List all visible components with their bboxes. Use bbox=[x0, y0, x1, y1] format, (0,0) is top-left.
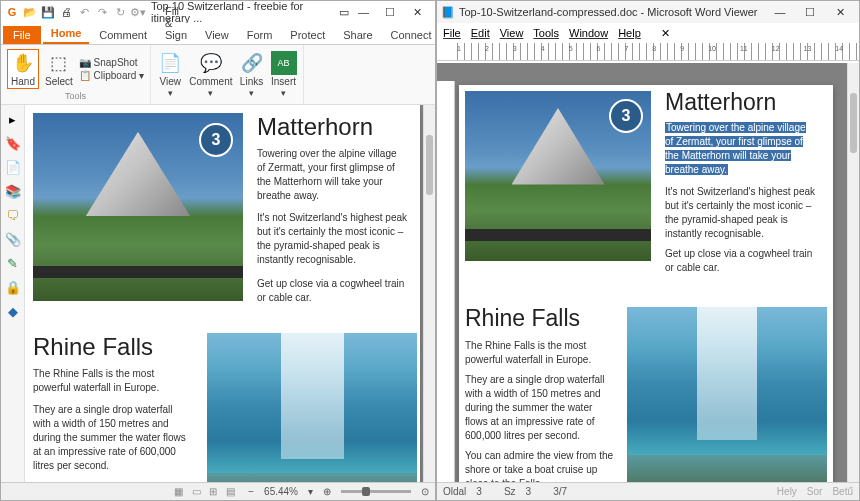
zoom-out-button[interactable]: − bbox=[248, 486, 254, 497]
horizontal-ruler[interactable]: 123456789101112131415161718 bbox=[437, 43, 859, 61]
para-3: Get up close via a cogwheel train or cab… bbox=[665, 247, 815, 275]
links-menu[interactable]: 🔗Links▾ bbox=[239, 51, 265, 98]
rhine-falls-image: 4 bbox=[627, 307, 827, 482]
status-hely: Hely bbox=[777, 486, 797, 497]
tab-share[interactable]: Share bbox=[335, 26, 380, 44]
heading-matterhorn: Matterhorn bbox=[257, 113, 373, 141]
tab-connect[interactable]: Connect bbox=[383, 26, 440, 44]
pages-icon[interactable]: 📄 bbox=[5, 159, 21, 175]
status-sor: Sor bbox=[807, 486, 823, 497]
snapshot-tool[interactable]: 📷 SnapShot bbox=[79, 57, 144, 68]
ribbon-tabs: File Home Comment Fill & Sign View Form … bbox=[1, 23, 435, 45]
view-menu[interactable]: 📄View▾ bbox=[157, 51, 183, 98]
word-viewer-window: 📘 Top-10-Switzerland-compressed.doc - Mi… bbox=[436, 0, 860, 501]
more-icon[interactable]: ◆ bbox=[5, 303, 21, 319]
tab-view[interactable]: View bbox=[197, 26, 237, 44]
matterhorn-image: 3 bbox=[465, 91, 651, 261]
status-section-label: Sz bbox=[504, 486, 516, 497]
menu-file[interactable]: File bbox=[443, 27, 461, 39]
number-badge-3: 3 bbox=[609, 99, 643, 133]
tab-home[interactable]: Home bbox=[43, 24, 90, 44]
hand-tool[interactable]: ✋Hand bbox=[7, 49, 39, 89]
menu-window[interactable]: Window bbox=[569, 27, 608, 39]
status-page-label: Oldal bbox=[443, 486, 466, 497]
attachments-icon[interactable]: 📎 bbox=[5, 231, 21, 247]
page: 3 Matterhorn Towering over the alpine vi… bbox=[25, 105, 420, 482]
bookmarks-icon[interactable]: 🔖 bbox=[5, 135, 21, 151]
comment-menu[interactable]: 💬Comment▾ bbox=[189, 51, 232, 98]
document-viewport[interactable]: 3 Matterhorn Towering over the alpine vi… bbox=[437, 63, 847, 482]
para-1: Towering over the alpine village of Zerm… bbox=[257, 147, 407, 203]
group-label-tools: Tools bbox=[65, 91, 86, 102]
tab-form[interactable]: Form bbox=[239, 26, 281, 44]
menu-edit[interactable]: Edit bbox=[471, 27, 490, 39]
para-5: They are a single drop waterfall with a … bbox=[33, 403, 193, 473]
heading-rhine: Rhine Falls bbox=[33, 333, 153, 361]
number-badge-3: 3 bbox=[199, 123, 233, 157]
para-4: The Rhine Falls is the most powerful wat… bbox=[465, 339, 615, 367]
doc-close-icon[interactable]: ✕ bbox=[661, 27, 670, 40]
statusbar: ▦ ▭ ⊞ ▤ − 65.44% ▾ ⊕ ⊙ bbox=[1, 482, 435, 500]
para-3: Get up close via a cogwheel train or cab… bbox=[257, 277, 407, 305]
select-tool[interactable]: ⬚Select bbox=[45, 51, 73, 87]
menu-help[interactable]: Help bbox=[618, 27, 641, 39]
close-button[interactable]: ✕ bbox=[404, 1, 431, 23]
menubar: File Edit View Tools Window Help ✕ bbox=[437, 23, 859, 43]
maximize-button[interactable]: ☐ bbox=[795, 1, 825, 23]
tab-comment[interactable]: Comment bbox=[91, 26, 155, 44]
signatures-icon[interactable]: ✎ bbox=[5, 255, 21, 271]
vertical-ruler[interactable] bbox=[437, 81, 455, 482]
rhine-falls-image bbox=[207, 333, 417, 482]
zoom-value: 65.44% bbox=[264, 486, 298, 497]
heading-matterhorn: Matterhorn bbox=[665, 89, 776, 116]
page: 3 Matterhorn Towering over the alpine vi… bbox=[459, 85, 833, 482]
zoom-reset-icon[interactable]: ⊙ bbox=[421, 486, 429, 497]
window-title: Top-10-Switzerland-compressed.doc - Micr… bbox=[459, 6, 758, 18]
comments-icon[interactable]: 🗨 bbox=[5, 207, 21, 223]
undo-icon[interactable]: ↶ bbox=[77, 5, 91, 19]
minimize-button[interactable]: — bbox=[765, 1, 795, 23]
ribbon: ✋Hand ⬚Select 📷 SnapShot 📋 Clipboard ▾ T… bbox=[1, 45, 435, 105]
ruler-numbers: 123456789101112131415161718 bbox=[457, 45, 859, 52]
security-icon[interactable]: 🔒 bbox=[5, 279, 21, 295]
redo-icon[interactable]: ↷ bbox=[95, 5, 109, 19]
maximize-button[interactable]: ☐ bbox=[377, 1, 404, 23]
settings-icon[interactable]: ⚙▾ bbox=[131, 5, 145, 19]
para-2: It's not Switzerland's highest peak but … bbox=[665, 185, 820, 241]
document-viewport[interactable]: 3 Matterhorn Towering over the alpine vi… bbox=[25, 105, 423, 482]
zoom-in-button[interactable]: ⊕ bbox=[323, 486, 331, 497]
save-icon[interactable]: 💾 bbox=[41, 5, 55, 19]
status-betu: Betű bbox=[832, 486, 853, 497]
ribbon-min-icon[interactable]: ▭ bbox=[337, 5, 350, 19]
tab-file[interactable]: File bbox=[3, 26, 41, 44]
tab-fill[interactable]: Fill & Sign bbox=[157, 2, 195, 44]
left-sidebar: ▸ 🔖 📄 📚 🗨 📎 ✎ 🔒 ◆ bbox=[1, 105, 25, 482]
pdf-editor-window: G 📂 💾 🖨 ↶ ↷ ↻ ⚙▾ Top 10 Switzerland - fr… bbox=[0, 0, 436, 501]
menu-tools[interactable]: Tools bbox=[533, 27, 559, 39]
zoom-slider[interactable] bbox=[341, 490, 411, 493]
para-1-highlighted: Towering over the alpine village of Zerm… bbox=[665, 121, 815, 177]
app-icon: G bbox=[5, 5, 19, 19]
close-button[interactable]: ✕ bbox=[825, 1, 855, 23]
insert-menu[interactable]: ABInsert▾ bbox=[271, 51, 297, 98]
menu-view[interactable]: View bbox=[500, 27, 524, 39]
expand-icon[interactable]: ▸ bbox=[5, 111, 21, 127]
heading-rhine: Rhine Falls bbox=[465, 305, 580, 332]
statusbar: Oldal 3 Sz 3 3/7 Hely Sor Betű bbox=[437, 482, 859, 500]
clipboard-tool[interactable]: 📋 Clipboard ▾ bbox=[79, 70, 144, 81]
para-5: They are a single drop waterfall with a … bbox=[465, 373, 615, 443]
view-mode-icons[interactable]: ▦ ▭ ⊞ ▤ bbox=[174, 486, 238, 497]
tab-protect[interactable]: Protect bbox=[282, 26, 333, 44]
minimize-button[interactable]: — bbox=[350, 1, 377, 23]
open-icon[interactable]: 📂 bbox=[23, 5, 37, 19]
para-2: It's not Switzerland's highest peak but … bbox=[257, 211, 412, 267]
redo2-icon[interactable]: ↻ bbox=[113, 5, 127, 19]
titlebar: 📘 Top-10-Switzerland-compressed.doc - Mi… bbox=[437, 1, 859, 23]
titlebar: G 📂 💾 🖨 ↶ ↷ ↻ ⚙▾ Top 10 Switzerland - fr… bbox=[1, 1, 435, 23]
print-icon[interactable]: 🖨 bbox=[59, 5, 73, 19]
zoom-dropdown-icon[interactable]: ▾ bbox=[308, 486, 313, 497]
vertical-scrollbar[interactable] bbox=[847, 63, 859, 482]
layers-icon[interactable]: 📚 bbox=[5, 183, 21, 199]
number-badge-4: 4 bbox=[785, 455, 819, 482]
vertical-scrollbar[interactable] bbox=[423, 105, 435, 482]
